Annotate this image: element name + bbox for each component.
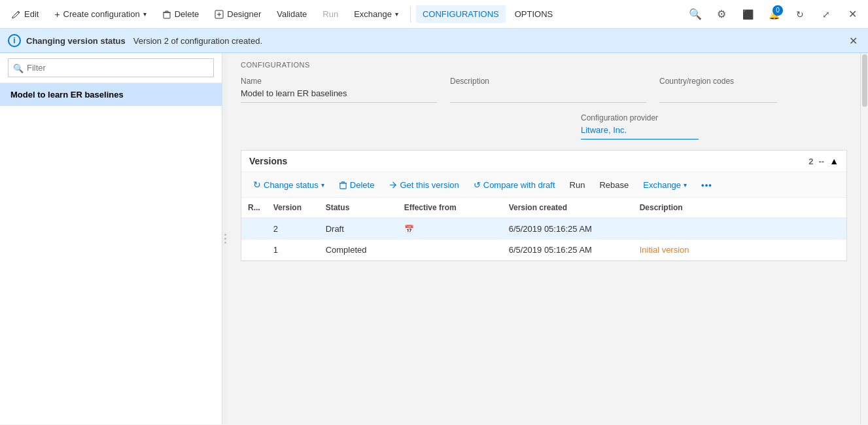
ver-delete-button[interactable]: Delete xyxy=(332,177,381,193)
validate-label: Validate xyxy=(277,9,307,19)
filter-wrap: 🔍 xyxy=(0,53,222,83)
office-button[interactable]: ⬛ xyxy=(737,4,758,25)
cell-effective[interactable]: 📅 xyxy=(398,218,502,240)
compare-draft-button[interactable]: ↺ Compare with draft xyxy=(467,177,562,193)
cell-status: Completed xyxy=(319,240,398,261)
field-description: Description xyxy=(450,77,646,103)
cell-created: 6/5/2019 05:16:25 AM xyxy=(502,218,633,240)
versions-expand-dash: -- xyxy=(818,157,824,166)
ver-exchange-button[interactable]: Exchange ▾ xyxy=(636,177,693,193)
run-label: Run xyxy=(322,9,338,19)
validate-button[interactable]: Validate xyxy=(270,5,313,23)
drag-dots xyxy=(224,234,226,244)
provider-value[interactable]: Litware, Inc. xyxy=(581,125,699,139)
cell-status: Draft xyxy=(319,218,398,240)
refresh-button[interactable]: ↻ xyxy=(790,4,810,25)
get-version-label: Get this version xyxy=(400,180,459,190)
configurations-tab[interactable]: CONFIGURATIONS xyxy=(416,5,506,23)
main-toolbar: Edit + Create configuration ▾ Delete Des… xyxy=(0,0,868,29)
versions-count: 2 xyxy=(808,157,813,166)
designer-icon xyxy=(215,10,224,19)
sidebar-item-model[interactable]: Model to learn ER baselines xyxy=(0,83,222,106)
change-status-chevron: ▾ xyxy=(321,181,324,189)
settings-button[interactable]: ⚙ xyxy=(711,4,732,25)
scrollbar[interactable] xyxy=(860,53,868,424)
filter-search-icon: 🔍 xyxy=(13,63,24,73)
more-options-button[interactable]: ••• xyxy=(695,177,719,193)
delete-button[interactable]: Delete xyxy=(156,5,206,23)
drag-dot-3 xyxy=(224,242,226,244)
scrollbar-thumb[interactable] xyxy=(862,54,867,107)
change-status-label: Change status xyxy=(264,180,319,190)
rebase-label: Rebase xyxy=(599,180,629,190)
create-button[interactable]: + Create configuration ▾ xyxy=(48,5,152,24)
country-value[interactable] xyxy=(659,88,777,103)
close-button[interactable]: ✕ xyxy=(842,4,863,25)
get-version-button[interactable]: Get this version xyxy=(382,177,465,193)
ver-run-label: Run xyxy=(570,180,585,190)
table-row[interactable]: 2 Draft 📅 6/5/2019 05:16:25 AM xyxy=(241,218,846,240)
main-layout: 🔍 Model to learn ER baselines CONFIGURAT… xyxy=(0,53,868,424)
create-label: Create configuration xyxy=(63,9,140,19)
designer-button[interactable]: Designer xyxy=(208,5,268,23)
exchange-button[interactable]: Exchange ▾ xyxy=(347,5,405,23)
cell-description: Initial version xyxy=(633,240,846,261)
change-status-button[interactable]: ↻ Change status ▾ xyxy=(247,176,331,193)
edit-label: Edit xyxy=(24,9,39,19)
table-header: R... Version Status Effective from Versi… xyxy=(241,198,846,218)
versions-header-right: 2 -- ▲ xyxy=(808,156,839,166)
sidebar: 🔍 Model to learn ER baselines xyxy=(0,53,222,424)
notification-title: Changing version status xyxy=(26,36,126,46)
cell-created: 6/5/2019 05:16:25 AM xyxy=(502,240,633,261)
ver-run-button[interactable]: Run xyxy=(563,177,592,193)
cell-effective[interactable] xyxy=(398,240,502,261)
search-button[interactable]: 🔍 xyxy=(685,4,706,25)
col-header-effective: Effective from xyxy=(398,198,502,218)
description-value[interactable] xyxy=(450,88,646,103)
chevron-down-icon-exchange: ▾ xyxy=(395,10,398,18)
cell-description xyxy=(633,218,846,240)
versions-collapse-button[interactable]: ▲ xyxy=(829,156,839,166)
description-label: Description xyxy=(450,77,646,86)
designer-label: Designer xyxy=(227,9,261,19)
filter-input[interactable] xyxy=(8,58,214,77)
filter-container: 🔍 xyxy=(8,58,214,77)
country-label: Country/region codes xyxy=(659,77,777,86)
svg-rect-0 xyxy=(164,12,170,18)
notification-close-button[interactable]: ✕ xyxy=(846,35,860,47)
notifications-container: 🔔 0 xyxy=(763,4,784,25)
versions-header: Versions 2 -- ▲ xyxy=(241,151,846,172)
col-header-status: Status xyxy=(319,198,398,218)
name-value[interactable]: Model to learn ER baselines xyxy=(241,88,437,103)
drag-handle[interactable] xyxy=(222,53,228,424)
compare-icon: ↺ xyxy=(474,180,481,190)
drag-dot-2 xyxy=(224,238,226,240)
drag-dot-1 xyxy=(224,234,226,236)
cell-version: 1 xyxy=(267,240,319,261)
field-name: Name Model to learn ER baselines xyxy=(241,77,437,103)
notification-bar: i Changing version status Version 2 of c… xyxy=(0,29,868,53)
content-area: CONFIGURATIONS Name Model to learn ER ba… xyxy=(228,53,860,424)
header-row: R... Version Status Effective from Versi… xyxy=(241,198,846,218)
edit-icon xyxy=(12,10,21,19)
versions-toolbar: ↻ Change status ▾ Delete Get xyxy=(241,172,846,198)
col-header-r: R... xyxy=(241,198,267,218)
section-title: CONFIGURATIONS xyxy=(241,61,847,69)
col-header-created: Version created xyxy=(502,198,633,218)
calendar-icon: 📅 xyxy=(404,225,414,234)
rebase-button[interactable]: Rebase xyxy=(593,177,635,193)
notification-detail: Version 2 of configuration created. xyxy=(133,36,262,46)
toolbar-right: 🔍 ⚙ ⬛ 🔔 0 ↻ ⤢ ✕ xyxy=(685,4,863,25)
table-row[interactable]: 1 Completed 6/5/2019 05:16:25 AM Initial… xyxy=(241,240,846,261)
edit-button[interactable]: Edit xyxy=(5,5,45,23)
delete-label: Delete xyxy=(175,9,200,19)
options-tab[interactable]: OPTIONS xyxy=(508,5,560,23)
info-icon: i xyxy=(8,34,21,47)
run-button[interactable]: Run xyxy=(316,5,345,23)
more-icon: ••• xyxy=(701,180,712,190)
open-external-button[interactable]: ⤢ xyxy=(816,4,837,25)
separator-1 xyxy=(410,7,411,22)
col-header-description: Description xyxy=(633,198,846,218)
versions-title: Versions xyxy=(249,156,287,166)
ver-delete-icon xyxy=(339,181,347,189)
